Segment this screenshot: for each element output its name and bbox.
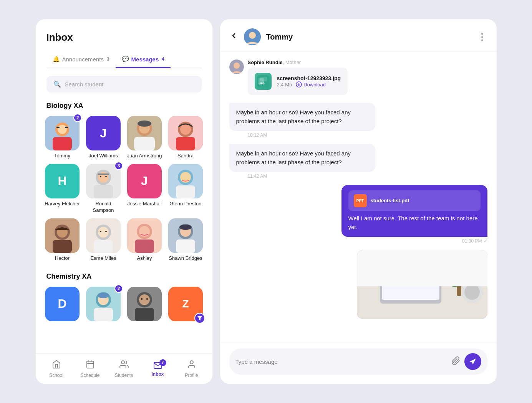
student-glenn[interactable]: Glenn Preston [167,164,205,214]
biology-students-grid: 2 Tommy J Joel Williams [36,116,212,269]
download-label: Download [303,82,326,88]
file-info: screenshot-12923923.jpg 2.4 Mb Download [277,75,341,88]
chat-icon: 💬 [122,56,129,63]
search-icon: 🔍 [53,81,61,88]
shawn-avatar [168,218,203,253]
nav-inbox[interactable]: 7 Inbox [141,361,175,377]
svg-rect-21 [98,173,109,175]
svg-rect-28 [53,240,72,253]
student-shawn[interactable]: Shawn Bridges [167,218,205,262]
ashley-avatar-wrap [127,218,162,253]
svg-rect-42 [176,239,195,253]
glenn-avatar [168,164,203,198]
pdf-attachment: PPT students-list.pdf [348,190,481,211]
shawn-name: Shawn Bridges [169,255,202,262]
profile-icon [187,360,196,371]
student-chem2[interactable]: 2 [85,287,123,324]
sender-role: Mother [285,59,301,65]
messages-badge: 4 [162,56,164,62]
pdf-icon: PPT [354,194,367,207]
svg-point-35 [105,231,107,232]
svg-marker-56 [197,316,202,320]
send-button[interactable] [464,353,481,370]
chem2-avatar [86,287,121,321]
tab-messages[interactable]: 💬 Messages 4 [116,51,171,68]
download-link[interactable]: Download [296,81,326,88]
ronald-name: Ronald Sampson [85,201,123,214]
inbox-title: Inbox [46,31,202,43]
student-d[interactable]: D [43,287,81,324]
juan-avatar [127,116,162,150]
harvey-avatar: H [45,164,80,198]
svg-rect-86 [357,250,487,286]
more-options-button[interactable]: ⋮ [477,31,487,42]
msg-time-send-1: 01:30 PM ✓ [462,238,487,244]
jessie-avatar: J [127,164,162,198]
d-avatar: D [45,287,80,321]
nav-schedule[interactable]: Schedule [73,360,107,378]
student-hector[interactable]: Hector [43,218,81,262]
school-label: School [49,373,63,378]
message-send-1: PPT students-list.pdf Well I am not sure… [229,185,487,244]
announcements-badge: 3 [107,56,109,62]
filter-avatar: Z [168,287,203,321]
tab-announcements[interactable]: 🔔 Announcements 3 [46,51,116,68]
send-text-1: Well I am not sure. The rest of the team… [348,215,478,230]
nav-school[interactable]: School [40,360,73,378]
joel-name: Joel Williams [89,153,118,159]
svg-point-54 [141,298,143,300]
message-input[interactable] [235,358,447,365]
student-juan[interactable]: Juan Armstrong [126,116,164,159]
messages-label: Messages [131,56,159,63]
svg-rect-32 [94,240,113,253]
bell-icon: 🔔 [53,56,60,63]
student-sandra[interactable]: Sandra [167,116,205,159]
harvey-name: Harvey Fletcher [45,201,80,207]
student-jessie[interactable]: J Jessie Marshall [126,164,164,214]
chat-header-left: Tommy [229,28,293,45]
student-ronald[interactable]: 3 Ronald Sampson [85,164,123,214]
back-button[interactable] [229,31,239,43]
left-header: Inbox 🔔 Announcements 3 💬 Messages 4 [36,19,212,68]
jessie-avatar-wrap: J [127,164,162,198]
juan-avatar-wrap [127,116,162,150]
search-box[interactable]: 🔍 Search student [46,76,202,92]
svg-rect-69 [260,77,267,81]
svg-point-20 [105,176,107,177]
student-harvey[interactable]: H Harvey Fletcher [43,164,81,214]
svg-point-61 [121,361,124,364]
d-avatar-wrap: D [45,287,80,321]
message-receive-1: Maybe in an hour or so? Have you faced a… [229,103,487,138]
left-content: Inbox 🔔 Announcements 3 💬 Messages 4 [36,19,212,384]
ronald-badge: 3 [114,162,123,170]
image-send-row [229,250,487,319]
svg-rect-8 [134,137,155,150]
tommy-name: Tommy [54,153,70,159]
student-esme[interactable]: Esme Miles [85,218,123,262]
attach-button[interactable] [451,356,460,367]
input-row [229,348,487,375]
svg-rect-2 [53,137,72,150]
student-chem3[interactable] [126,287,164,324]
nav-profile[interactable]: Profile [175,360,209,378]
joel-avatar-wrap: J [86,116,121,150]
student-joel[interactable]: J Joel Williams [85,116,123,159]
schedule-label: Schedule [80,373,99,378]
file-size: 2.4 Mb [277,82,292,88]
svg-rect-17 [94,185,113,198]
student-ashley[interactable]: Ashley [126,218,164,262]
nav-students[interactable]: Students [107,360,141,378]
sandra-avatar [168,116,203,150]
student-filter[interactable]: Z [167,287,205,324]
attachment-card: JPG screenshot-12923923.jpg 2.4 Mb Downl… [248,68,348,95]
bottom-nav: School Schedule Students 7 Inbox [36,353,212,384]
bubble-send-1: PPT students-list.pdf Well I am not sure… [341,185,487,237]
image-bubble [357,250,487,319]
jessie-name: Jessie Marshall [127,201,162,207]
student-tommy[interactable]: 2 Tommy [43,116,81,159]
tommy-avatar-wrap: 2 [45,116,80,150]
sender-avatar [229,59,244,74]
chat-user-name: Tommy [266,33,293,41]
svg-rect-24 [176,185,195,198]
sender-row: Sophie Rundle, Mother JPG screenshot-129… [229,59,487,97]
